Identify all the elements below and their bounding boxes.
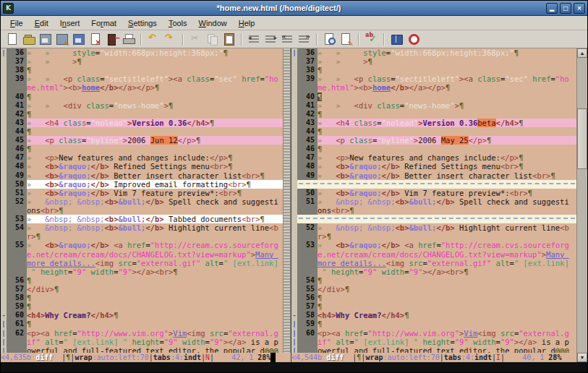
code-text[interactable]: me.html"><b>home</b></a></p>¶ bbox=[318, 83, 576, 92]
code-text[interactable]: ¶ bbox=[27, 276, 283, 285]
code-text[interactable]: e.net/cream/cream/docs/CHANGELOG.txt?vie… bbox=[318, 250, 576, 259]
code-text[interactable]: » <b>&raquo;</b> Vim 7 feature preview*:… bbox=[318, 189, 576, 197]
scroll-down-button[interactable]: ▼ bbox=[577, 353, 587, 362]
quit-icon[interactable] bbox=[104, 32, 119, 46]
code-text[interactable]: ¶ bbox=[318, 127, 576, 136]
code-text[interactable]: e.net/cream/cream/docs/CHANGELOG.txt?vie… bbox=[27, 250, 283, 259]
code-text[interactable]: » &nbsp; &nbsp;<b>&bull;</b> Tabbed docu… bbox=[27, 215, 283, 223]
code-text[interactable]: ¶ bbox=[27, 110, 283, 119]
menu-settings[interactable]: Settings bbox=[122, 17, 163, 29]
code-text[interactable]: » &nbsp; &nbsp;<b>&bull;</b> Highlight c… bbox=[318, 223, 576, 232]
code-text[interactable]: ¶ bbox=[27, 66, 283, 74]
code-text[interactable]: » &nbsp; &nbsp;<b>&bull;</b> Spell check… bbox=[318, 197, 576, 206]
code-text[interactable]: » &nbsp; &nbsp;<b>&bull;</b> Highlight c… bbox=[27, 223, 283, 232]
code-text[interactable]: ¶ bbox=[318, 320, 576, 328]
code-text[interactable]: ¶ bbox=[318, 276, 576, 285]
minimize-button[interactable]: ▂ bbox=[546, 3, 558, 14]
code-text[interactable]: <p><a href="http://www.vim.org">Vim<img … bbox=[318, 329, 576, 338]
code-text[interactable]: r>¶ bbox=[318, 232, 576, 241]
code-text[interactable]: " height="9" width="9"></a><br>¶ bbox=[318, 267, 576, 276]
code-text[interactable]: » » <div class="news-home">¶ bbox=[27, 101, 283, 110]
code-text[interactable]: me.html"><b>home</b></a></p>¶ bbox=[27, 83, 283, 92]
code-text[interactable]: » » >¶ bbox=[318, 57, 576, 66]
code-text[interactable]: r>¶ bbox=[27, 232, 283, 241]
code-text[interactable]: » <b>&raquo;</b> <a href="http://cream.c… bbox=[318, 241, 576, 249]
undo-icon[interactable] bbox=[146, 32, 161, 46]
code-text[interactable]: ¶ bbox=[27, 302, 283, 311]
code-text[interactable]: » <h4 class="nolead">Version 0.36</h4>¶ bbox=[27, 119, 283, 127]
code-text[interactable]: if" alt=" [ext.link] " height="9" width=… bbox=[318, 338, 576, 346]
code-text[interactable]: <p><a href="http://www.vim.org">Vim<img … bbox=[27, 329, 283, 338]
code-text[interactable]: <h4>Why Cream?</h4>¶ bbox=[318, 311, 576, 320]
about-icon[interactable] bbox=[406, 32, 421, 46]
code-text[interactable]: ¶ bbox=[318, 110, 576, 119]
code-text[interactable]: » » <p class="sectitleleft"><a class="se… bbox=[318, 74, 576, 83]
code-text[interactable]: owerful and full-featured text editor, t… bbox=[27, 346, 283, 353]
save-as-icon[interactable] bbox=[54, 32, 69, 46]
code-text[interactable]: owerful and full-featured text editor, t… bbox=[318, 346, 576, 353]
redo-icon[interactable] bbox=[163, 32, 178, 46]
find-replace-icon[interactable] bbox=[338, 32, 354, 46]
code-text[interactable]: » » <div class="news-home">¶ bbox=[318, 101, 576, 110]
code-text[interactable]: » <b>&raquo;</b> Better insert character… bbox=[27, 171, 283, 180]
indent-icon[interactable] bbox=[263, 32, 278, 46]
menu-format[interactable]: Format bbox=[85, 17, 122, 29]
find-icon[interactable] bbox=[322, 32, 337, 46]
outdent-icon[interactable] bbox=[247, 32, 262, 46]
code-text[interactable]: » <b>&raquo;</b> <a href="http://cream.c… bbox=[27, 241, 283, 249]
code-text[interactable]: » <p>New features and changes include:</… bbox=[318, 153, 576, 162]
code-text[interactable]: more details...<img src="external.gif" a… bbox=[27, 259, 283, 267]
code-text[interactable]: » <b>&raquo;</b> Refined Settings menu<b… bbox=[27, 162, 283, 171]
open-icon[interactable] bbox=[21, 32, 36, 46]
code-text[interactable]: more details...<img src="external.gif" a… bbox=[318, 259, 576, 267]
menu-insert[interactable]: Insert bbox=[54, 17, 86, 29]
code-text[interactable]: ¶ bbox=[27, 145, 283, 153]
print-icon[interactable] bbox=[121, 32, 136, 46]
code-text[interactable]: ons<br>¶ bbox=[318, 206, 576, 215]
code-text[interactable]: ¶ bbox=[27, 127, 283, 136]
menu-window[interactable]: Window bbox=[193, 17, 233, 29]
menu-file[interactable]: File bbox=[4, 17, 29, 29]
code-text[interactable]: » <p class="byline">2006 Jun 12</p>¶ bbox=[27, 136, 283, 145]
scrollbar-track[interactable] bbox=[577, 58, 587, 353]
code-text[interactable]: ¶ bbox=[27, 93, 283, 101]
code-text[interactable]: » &nbsp; &nbsp;<b>&bull;</b> Spell check… bbox=[27, 197, 283, 206]
close-icon[interactable] bbox=[88, 32, 103, 46]
code-text[interactable]: ons<br>¶ bbox=[27, 206, 283, 215]
code-text[interactable]: </div>¶ bbox=[27, 285, 283, 293]
code-text[interactable]: » <b>&raquo;</b> Refined Settings menu<b… bbox=[318, 162, 576, 171]
right-code-area[interactable]: |36» » style="width:668px;height:368px;"… bbox=[291, 48, 576, 353]
code-text[interactable]: ¶ bbox=[318, 66, 576, 74]
code-text[interactable]: » <b>&raquo;</b> Improved email formatti… bbox=[27, 180, 283, 189]
block-outdent-icon[interactable] bbox=[280, 32, 295, 46]
code-text[interactable]: » <b>&raquo;</b> Vim 7 feature preview*:… bbox=[27, 189, 283, 197]
code-text[interactable]: ¶ bbox=[318, 93, 576, 101]
paste-icon[interactable] bbox=[221, 32, 237, 46]
left-code-area[interactable]: |36» » style="width:668px;height:368px;"… bbox=[1, 48, 283, 353]
code-text[interactable]: » » <p class="sectitleleft"><a class="se… bbox=[27, 74, 283, 83]
window-scrollbar[interactable]: ▲ ▼ bbox=[576, 48, 587, 362]
code-text[interactable]: <h4>Why Cream?</h4>¶ bbox=[27, 311, 283, 320]
code-text[interactable]: » <p>New features and changes include:</… bbox=[27, 153, 283, 162]
menu-edit[interactable]: Edit bbox=[29, 17, 54, 29]
block-indent-icon[interactable] bbox=[297, 32, 312, 46]
spell-check-icon[interactable] bbox=[364, 32, 379, 46]
code-text[interactable]: </div>¶ bbox=[318, 285, 576, 293]
title-bar[interactable]: K *home.new.html (/home/digitect/) ▂ □ × bbox=[1, 1, 587, 16]
scroll-up-button[interactable]: ▲ bbox=[577, 48, 587, 58]
code-text[interactable]: " height="9" width="9"></a><br>¶ bbox=[27, 267, 283, 276]
close-button[interactable]: × bbox=[574, 3, 585, 14]
code-text[interactable]: » » style="width:668px;height:368px;"¶ bbox=[27, 48, 283, 57]
new-icon[interactable] bbox=[4, 32, 20, 46]
menu-help[interactable]: Help bbox=[233, 17, 261, 29]
code-text[interactable]: » <b>&raquo;</b> Better insert character… bbox=[318, 171, 576, 180]
scrollbar-thumb[interactable] bbox=[577, 108, 587, 169]
code-text[interactable]: ¶ bbox=[27, 293, 283, 302]
code-text[interactable]: » <p class="byline">2006 May 25</p>¶ bbox=[318, 136, 576, 145]
left-pane-scrollbar[interactable] bbox=[283, 48, 291, 353]
save-copy-icon[interactable] bbox=[71, 32, 86, 46]
code-text[interactable]: ¶ bbox=[318, 302, 576, 311]
code-text[interactable]: » » >¶ bbox=[27, 57, 283, 66]
help-book-icon[interactable] bbox=[389, 32, 404, 46]
code-text[interactable]: » <h4 class="nolead">Version 0.36beta</h… bbox=[318, 119, 576, 127]
